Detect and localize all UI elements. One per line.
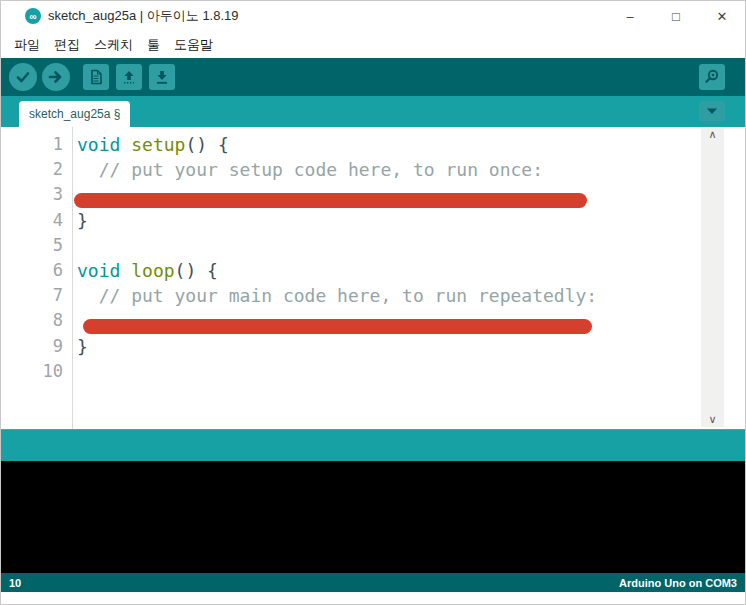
line-number: 6 (1, 258, 72, 283)
menu-tools[interactable]: 툴 (140, 33, 167, 57)
menu-bar: 파일 편집 스케치 툴 도움말 (1, 31, 745, 58)
toolbar (1, 58, 745, 96)
console-output (1, 461, 745, 573)
code-text: // put your main code here, to run repea… (72, 283, 597, 308)
close-button[interactable]: ✕ (699, 1, 745, 31)
window-bottom-margin (1, 592, 745, 604)
code-text: void loop() { (72, 258, 218, 283)
code-line: 3 (1, 182, 745, 207)
upload-button[interactable] (42, 63, 70, 91)
scroll-up-icon[interactable]: ∧ (708, 128, 716, 142)
gutter-separator (72, 127, 73, 429)
code-text: } (72, 208, 88, 233)
status-board-port: Arduino Uno on COM3 (619, 577, 737, 589)
line-number: 5 (1, 233, 72, 258)
title-bar: ∞ sketch_aug25a | 아두이노 1.8.19 – □ ✕ (1, 1, 745, 31)
status-bar: 10 Arduino Uno on COM3 (1, 573, 745, 592)
document-icon (87, 68, 105, 86)
maximize-button[interactable]: □ (653, 1, 699, 31)
window-controls: – □ ✕ (607, 1, 745, 31)
code-line: 9} (1, 334, 745, 359)
message-area (1, 429, 745, 461)
line-number: 4 (1, 208, 72, 233)
menu-edit[interactable]: 편집 (47, 33, 87, 57)
line-number: 3 (1, 182, 72, 207)
red-marker-annotation (83, 319, 592, 334)
window-title: sketch_aug25a | 아두이노 1.8.19 (48, 7, 239, 25)
tab-label: sketch_aug25a § (29, 107, 120, 121)
verify-button[interactable] (9, 63, 37, 91)
code-line: 2 // put your setup code here, to run on… (1, 157, 745, 182)
code-line: 10 (1, 359, 745, 384)
menu-file[interactable]: 파일 (7, 33, 47, 57)
code-line: 5 (1, 233, 745, 258)
line-number: 2 (1, 157, 72, 182)
line-number: 1 (1, 132, 72, 157)
red-marker-annotation (74, 193, 587, 208)
arrow-right-icon (47, 68, 65, 86)
tab-dropdown-button[interactable] (699, 101, 725, 121)
save-button[interactable] (149, 64, 175, 90)
arrow-down-icon (153, 68, 171, 86)
new-sketch-button[interactable] (83, 64, 109, 90)
tab-strip: sketch_aug25a § (1, 96, 745, 127)
check-icon (14, 68, 32, 86)
scroll-down-icon[interactable]: ∨ (708, 413, 716, 427)
menu-sketch[interactable]: 스케치 (87, 33, 140, 57)
code-line: 6void loop() { (1, 258, 745, 283)
open-button[interactable] (116, 64, 142, 90)
code-line: 8 (1, 308, 745, 333)
code-text (72, 182, 587, 207)
code-text: } (72, 334, 88, 359)
chevron-down-icon (705, 106, 719, 116)
minimize-button[interactable]: – (607, 1, 653, 31)
line-number: 9 (1, 334, 72, 359)
code-line: 4} (1, 208, 745, 233)
line-number: 8 (1, 308, 72, 333)
code-text (72, 308, 592, 333)
menu-help[interactable]: 도움말 (167, 33, 220, 57)
serial-monitor-button[interactable] (699, 64, 725, 90)
magnifier-icon (703, 68, 721, 86)
line-number: 10 (1, 359, 72, 384)
code-text: // put your setup code here, to run once… (72, 157, 543, 182)
editor-lines: 1void setup() {2 // put your setup code … (1, 127, 745, 384)
code-text: void setup() { (72, 132, 229, 157)
code-line: 7 // put your main code here, to run rep… (1, 283, 745, 308)
arduino-ide-window: ∞ sketch_aug25a | 아두이노 1.8.19 – □ ✕ 파일 편… (0, 0, 746, 605)
status-line-number: 10 (9, 577, 21, 589)
arrow-up-icon (120, 68, 138, 86)
arduino-logo-icon: ∞ (25, 8, 41, 24)
line-number: 7 (1, 283, 72, 308)
tab-sketch-aug25a[interactable]: sketch_aug25a § (19, 101, 130, 127)
code-editor[interactable]: 1void setup() {2 // put your setup code … (1, 127, 745, 429)
code-line: 1void setup() { (1, 132, 745, 157)
editor-scrollbar[interactable]: ∧ ∨ (701, 128, 724, 427)
